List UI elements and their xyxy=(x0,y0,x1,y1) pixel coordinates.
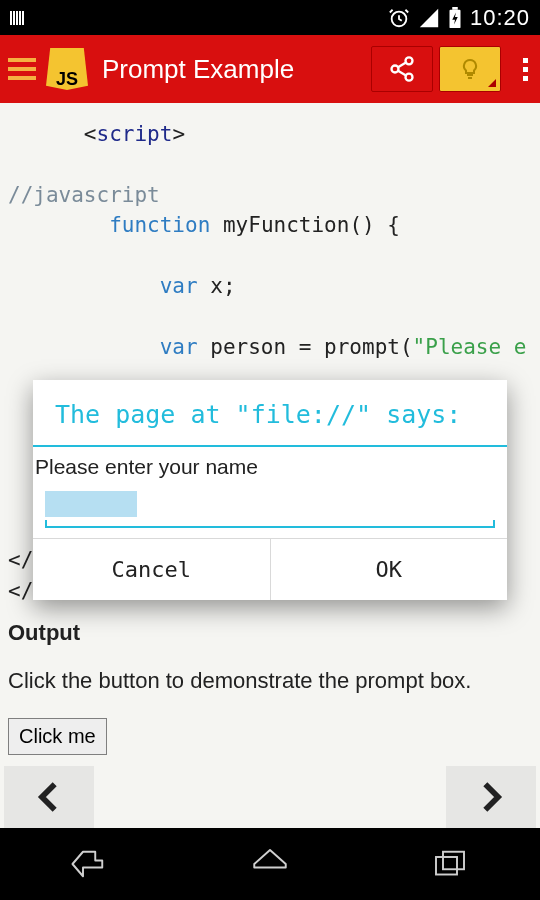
recent-apps-icon[interactable] xyxy=(429,843,471,885)
dialog-overlay: The page at "file://" says: Please enter… xyxy=(0,103,540,828)
lightbulb-icon xyxy=(458,57,482,81)
input-underline xyxy=(45,526,495,528)
svg-point-3 xyxy=(406,57,413,64)
home-icon[interactable] xyxy=(249,843,291,885)
content-area: <script> //javascript function myFunctio… xyxy=(0,103,540,828)
share-icon xyxy=(388,55,416,83)
status-bar: 10:20 xyxy=(0,0,540,35)
tip-button[interactable] xyxy=(439,46,501,92)
cancel-button[interactable]: Cancel xyxy=(33,539,270,600)
share-button[interactable] xyxy=(371,46,433,92)
svg-rect-7 xyxy=(443,852,464,870)
prompt-dialog: The page at "file://" says: Please enter… xyxy=(33,380,507,600)
alarm-icon xyxy=(388,7,410,29)
ok-button[interactable]: OK xyxy=(270,539,508,600)
svg-rect-6 xyxy=(436,857,457,875)
dialog-title: The page at "file://" says: xyxy=(33,380,507,445)
app-bar: JS Prompt Example xyxy=(0,35,540,103)
back-icon[interactable] xyxy=(69,843,111,885)
signal-icon xyxy=(418,7,440,29)
battery-charging-icon xyxy=(448,7,462,29)
android-nav-bar xyxy=(0,828,540,900)
app-title: Prompt Example xyxy=(102,54,371,85)
svg-point-5 xyxy=(406,74,413,81)
signal-left-icon xyxy=(10,11,24,25)
svg-point-4 xyxy=(392,66,399,73)
menu-icon[interactable] xyxy=(8,58,36,80)
dialog-message: Please enter your name xyxy=(33,447,507,489)
js-logo-icon: JS xyxy=(46,48,88,90)
overflow-menu-icon[interactable] xyxy=(523,58,528,81)
svg-rect-2 xyxy=(452,7,458,10)
text-selection xyxy=(45,491,137,517)
status-time: 10:20 xyxy=(470,5,530,31)
